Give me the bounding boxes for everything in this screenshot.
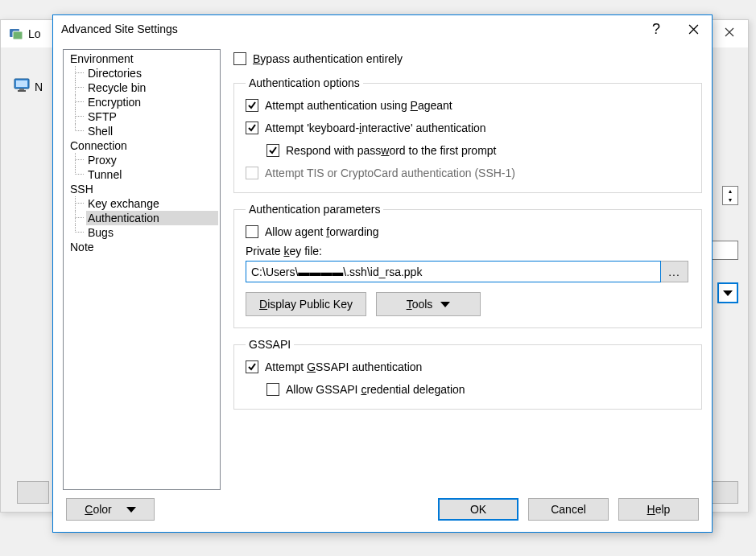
help-button[interactable]: Help bbox=[618, 498, 699, 521]
tree-connection[interactable]: Connection bbox=[68, 138, 218, 153]
gssapi-delegation-checkbox[interactable] bbox=[266, 383, 279, 396]
monitor-icon bbox=[14, 78, 30, 95]
chevron-down-icon bbox=[126, 507, 136, 513]
tree-shell[interactable]: Shell bbox=[86, 124, 218, 138]
tree-ssh[interactable]: SSH bbox=[68, 182, 218, 196]
tree-sftp[interactable]: SFTP bbox=[86, 109, 218, 124]
tree-directories[interactable]: Directories bbox=[86, 66, 218, 80]
svg-rect-5 bbox=[18, 90, 26, 92]
tree-key-exchange[interactable]: Key exchange bbox=[86, 196, 218, 211]
pageant-checkbox[interactable] bbox=[246, 99, 258, 112]
settings-tree[interactable]: Environment Directories Recycle bin Encr… bbox=[63, 49, 221, 490]
tools-button[interactable]: Tools bbox=[376, 292, 481, 316]
app-icon bbox=[9, 27, 23, 41]
background-sidebar-label: N bbox=[35, 80, 43, 93]
svg-rect-3 bbox=[16, 80, 27, 87]
auth-params-legend: Authentication parameters bbox=[246, 203, 383, 216]
color-button[interactable]: Color bbox=[66, 498, 155, 521]
bypass-auth-checkbox[interactable] bbox=[233, 52, 246, 65]
background-spinner[interactable]: ▲▼ bbox=[722, 186, 738, 205]
advanced-site-settings-dialog: Advanced Site Settings ? Environment Dir… bbox=[52, 14, 713, 533]
auth-options-legend: Authentication options bbox=[246, 76, 363, 89]
bypass-auth-label: Bypass authentication entirely bbox=[253, 52, 403, 65]
tree-encryption[interactable]: Encryption bbox=[86, 95, 218, 109]
tree-proxy[interactable]: Proxy bbox=[86, 153, 218, 167]
gssapi-attempt-checkbox[interactable] bbox=[246, 360, 258, 373]
close-icon bbox=[688, 24, 699, 35]
allow-agent-forwarding-checkbox[interactable] bbox=[246, 225, 258, 238]
gssapi-delegation-label: Allow GSSAPI credential delegation bbox=[286, 383, 465, 396]
gssapi-legend: GSSAPI bbox=[246, 338, 294, 351]
gssapi-group: GSSAPI Attempt GSSAPI authentication All… bbox=[233, 338, 702, 410]
dialog-button-bar: Color OK Cancel Help bbox=[53, 490, 712, 532]
respond-password-checkbox[interactable] bbox=[266, 144, 279, 157]
tree-bugs[interactable]: Bugs bbox=[86, 225, 218, 240]
keyboard-interactive-label: Attempt 'keyboard-interactive' authentic… bbox=[265, 121, 486, 134]
auth-options-group: Authentication options Attempt authentic… bbox=[233, 76, 702, 193]
authentication-panel: Bypass authentication entirely Authentic… bbox=[233, 49, 702, 490]
tree-authentication[interactable]: Authentication bbox=[86, 211, 218, 225]
svg-rect-4 bbox=[19, 89, 24, 90]
display-public-key-button[interactable]: Display Public Key bbox=[246, 292, 366, 316]
ok-button[interactable]: OK bbox=[438, 498, 518, 521]
svg-rect-1 bbox=[13, 31, 23, 39]
keyboard-interactive-checkbox[interactable] bbox=[246, 121, 258, 134]
auth-params-group: Authentication parameters Allow agent fo… bbox=[233, 203, 702, 328]
tree-tunnel[interactable]: Tunnel bbox=[86, 167, 218, 182]
background-title: Lo bbox=[28, 27, 41, 40]
tis-cryptocard-label: Attempt TIS or CryptoCard authentication… bbox=[265, 167, 515, 179]
tis-cryptocard-checkbox bbox=[246, 167, 258, 179]
background-button-left[interactable] bbox=[17, 481, 49, 504]
chevron-down-icon bbox=[440, 302, 450, 307]
background-close-button[interactable] bbox=[711, 20, 748, 44]
dialog-titlebar: Advanced Site Settings ? bbox=[53, 15, 712, 43]
tree-note[interactable]: Note bbox=[68, 240, 218, 254]
pageant-label: Attempt authentication using Pageant bbox=[265, 99, 452, 112]
help-titlebar-button[interactable]: ? bbox=[638, 17, 675, 41]
background-dropdown-fragment[interactable] bbox=[717, 282, 738, 303]
browse-button[interactable]: ... bbox=[661, 261, 688, 282]
tree-recycle-bin[interactable]: Recycle bin bbox=[86, 80, 218, 95]
cancel-button[interactable]: Cancel bbox=[528, 498, 609, 521]
close-button[interactable] bbox=[675, 17, 712, 41]
dialog-title: Advanced Site Settings bbox=[61, 23, 638, 35]
private-key-input[interactable] bbox=[246, 261, 661, 282]
allow-agent-forwarding-label: Allow agent forwarding bbox=[265, 225, 379, 238]
tree-environment[interactable]: Environment bbox=[68, 51, 218, 66]
background-sidebar-item[interactable]: N bbox=[14, 78, 43, 95]
respond-password-label: Respond with password to the first promp… bbox=[286, 144, 496, 157]
private-key-label: Private key file: bbox=[246, 240, 690, 261]
gssapi-attempt-label: Attempt GSSAPI authentication bbox=[265, 360, 422, 373]
